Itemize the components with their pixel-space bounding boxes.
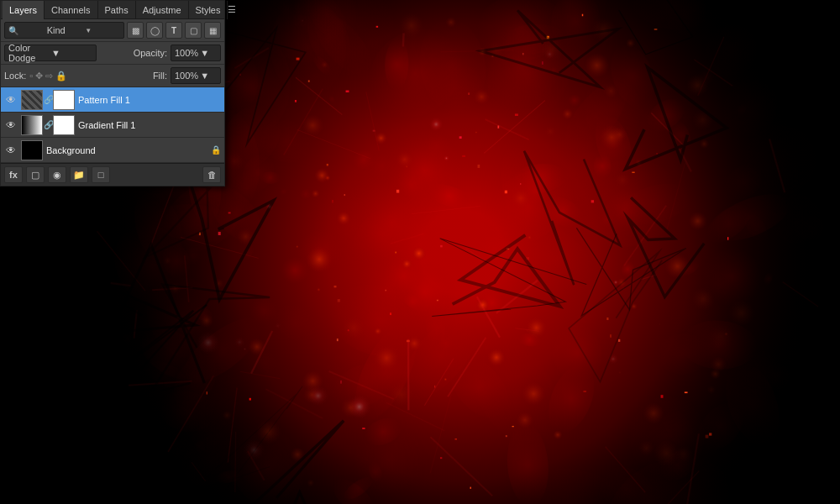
tab-bar: Layers Channels Paths Adjustme Styles ☰ <box>1 1 224 19</box>
opacity-arrow-icon: ▼ <box>200 48 217 58</box>
layers-panel: Layers Channels Paths Adjustme Styles ☰ … <box>0 0 225 186</box>
new-group-button[interactable]: 📁 <box>70 166 88 183</box>
bottom-toolbar: fx ▢ ◉ 📁 □ 🗑 <box>1 163 224 186</box>
layer-row[interactable]: 👁 🔗 Gradient Fill 1 <box>1 113 224 138</box>
shape-filter-button[interactable]: ▢ <box>185 22 202 39</box>
new-fill-button[interactable]: ◉ <box>48 166 66 183</box>
layer-thumbnail-wrapper: 🔗 <box>21 90 75 110</box>
layer-mask <box>53 90 75 110</box>
layer-thumbnail <box>21 90 43 110</box>
opacity-row: Opacity: 100% ▼ <box>134 45 221 61</box>
layer-row[interactable]: 👁 Background 🔒 <box>1 138 224 163</box>
layer-thumbnail-wrapper: 🔗 <box>21 115 75 135</box>
layer-thumbnail-wrapper <box>21 140 43 160</box>
tab-adjustments[interactable]: Adjustme <box>136 1 189 19</box>
chain-icon: 🔗 <box>44 120 52 129</box>
lock-position-icon[interactable]: ✥ <box>35 71 43 81</box>
kind-arrow-icon: ▼ <box>85 27 120 34</box>
fill-arrow-icon: ▼ <box>200 71 217 81</box>
add-mask-button[interactable]: ▢ <box>26 166 45 183</box>
type-filter-button[interactable]: T <box>165 22 182 39</box>
kind-select[interactable]: 🔍 Kind ▼ <box>4 22 124 39</box>
blend-mode-select[interactable]: Color Dodge ▼ <box>4 45 97 61</box>
fx-button[interactable]: fx <box>4 166 23 183</box>
lock-move-icon[interactable]: ⇨ <box>45 71 53 81</box>
visibility-icon[interactable]: 👁 <box>4 93 18 107</box>
opacity-input[interactable]: 100% ▼ <box>171 45 221 61</box>
lock-fill-row: Lock: ▫ ✥ ⇨ 🔒 Fill: 100% ▼ <box>1 65 224 87</box>
kind-toolbar: 🔍 Kind ▼ ▩ ◯ T ▢ ▦ <box>1 19 224 42</box>
layer-mask <box>53 115 75 135</box>
panel-menu-icon[interactable]: ☰ <box>228 3 236 17</box>
smart-filter-button[interactable]: ▦ <box>204 22 221 39</box>
tab-paths[interactable]: Paths <box>98 1 136 19</box>
new-layer-button[interactable]: □ <box>92 166 110 183</box>
layer-thumbnail <box>21 140 43 160</box>
adj-filter-button[interactable]: ◯ <box>146 22 163 39</box>
tab-layers[interactable]: Layers <box>3 1 45 19</box>
fill-row: Fill: 100% ▼ <box>153 67 221 84</box>
blend-arrow-icon: ▼ <box>51 48 92 58</box>
pixel-filter-button[interactable]: ▩ <box>127 22 144 39</box>
search-icon: 🔍 <box>8 26 44 35</box>
fill-input[interactable]: 100% ▼ <box>171 67 221 84</box>
lock-icons: ▫ ✥ ⇨ 🔒 <box>29 71 67 81</box>
tab-channels[interactable]: Channels <box>45 1 97 19</box>
layer-row[interactable]: 👁 🔗 Pattern Fill 1 <box>1 87 224 113</box>
layer-thumbnail <box>21 115 43 135</box>
lock-pixels-icon[interactable]: ▫ <box>29 71 33 81</box>
blend-opacity-row: Color Dodge ▼ Opacity: 100% ▼ <box>1 42 224 65</box>
visibility-icon[interactable]: 👁 <box>4 118 18 132</box>
tab-styles[interactable]: Styles <box>189 1 228 19</box>
lock-icon: 🔒 <box>211 145 221 155</box>
lock-all-icon[interactable]: 🔒 <box>55 71 67 81</box>
visibility-icon[interactable]: 👁 <box>4 144 18 157</box>
delete-layer-button[interactable]: 🗑 <box>202 166 221 183</box>
chain-icon: 🔗 <box>44 95 52 104</box>
layers-list: 👁 🔗 Pattern Fill 1 👁 🔗 Gradient Fill 1 👁 <box>1 87 224 163</box>
